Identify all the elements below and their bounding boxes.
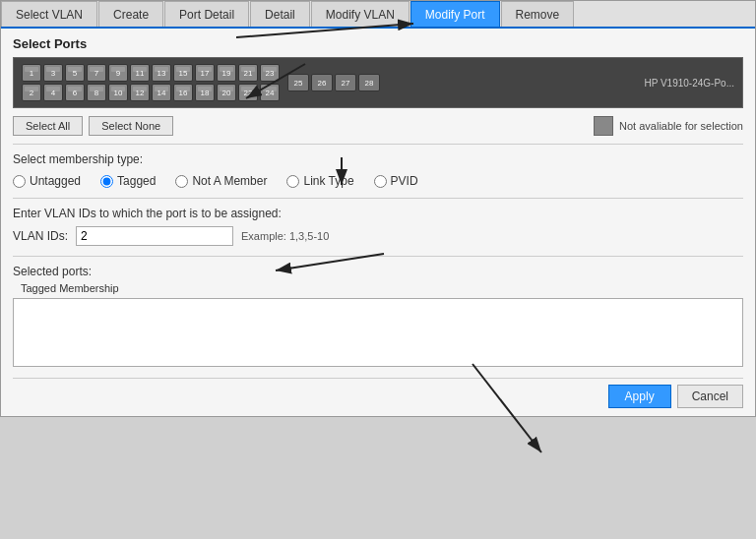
- port-btn-2[interactable]: 2: [22, 84, 41, 101]
- radio-tagged-input[interactable]: [100, 175, 113, 188]
- main-container: Select VLAN Create Port Detail Detail Mo…: [0, 0, 756, 417]
- not-available-label: Not avaliable for selection: [619, 120, 743, 132]
- divider-1: [13, 144, 743, 145]
- content-area: Select Ports 1357911131517192123 2468101…: [1, 29, 755, 416]
- ports-bottom-row: 24681012141618202224: [22, 84, 280, 101]
- port-btn-23[interactable]: 23: [260, 64, 280, 82]
- not-available-color-swatch: [594, 116, 613, 136]
- port-btn-15[interactable]: 15: [173, 64, 193, 82]
- ports-top-row: 1357911131517192123: [22, 64, 280, 82]
- radio-untagged-label: Untagged: [30, 174, 81, 188]
- tab-select-vlan[interactable]: Select VLAN: [1, 1, 97, 27]
- port-btn-9[interactable]: 9: [108, 64, 128, 82]
- radio-not-a-member-label: Not A Member: [192, 174, 267, 188]
- tab-modify-port[interactable]: Modify Port: [410, 1, 500, 27]
- radio-untagged[interactable]: Untagged: [13, 174, 81, 188]
- radio-tagged-label: Tagged: [117, 174, 156, 188]
- port-btn-10[interactable]: 10: [108, 84, 128, 101]
- radio-link-type-input[interactable]: [286, 175, 299, 188]
- select-ports-title: Select Ports: [13, 36, 743, 51]
- vlan-ids-label: VLAN IDs:: [13, 229, 68, 243]
- selected-ports-textarea[interactable]: [13, 298, 743, 367]
- not-available-indicator: Not avaliable for selection: [594, 116, 743, 136]
- tab-port-detail[interactable]: Port Detail: [164, 1, 249, 27]
- port-btn-20[interactable]: 20: [217, 84, 236, 101]
- divider-2: [13, 198, 743, 199]
- tab-create[interactable]: Create: [98, 1, 163, 27]
- device-label: HP V1910-24G-Po...: [644, 78, 734, 89]
- port-btn-24[interactable]: 24: [260, 84, 280, 101]
- port-btn-1[interactable]: 1: [22, 64, 41, 82]
- membership-section-label: Select membership type:: [13, 152, 743, 166]
- sfp-port-btn-28[interactable]: 28: [358, 74, 380, 91]
- membership-radio-group: Untagged Tagged Not A Member Link Type P…: [13, 174, 743, 188]
- sfp-port-btn-26[interactable]: 26: [311, 74, 333, 91]
- apply-button[interactable]: Apply: [608, 385, 671, 408]
- vlan-ids-description: Enter VLAN IDs to which the port is to b…: [13, 207, 743, 220]
- radio-pvid-input[interactable]: [374, 175, 387, 188]
- port-btn-8[interactable]: 8: [87, 84, 106, 101]
- select-all-button[interactable]: Select All: [13, 116, 83, 136]
- port-btn-12[interactable]: 12: [130, 84, 150, 101]
- radio-not-a-member[interactable]: Not A Member: [175, 174, 267, 188]
- bottom-buttons: Apply Cancel: [13, 378, 743, 408]
- selected-ports-label: Selected ports:: [13, 265, 743, 278]
- tab-detail[interactable]: Detail: [250, 1, 310, 27]
- radio-not-a-member-input[interactable]: [175, 175, 188, 188]
- radio-link-type-label: Link Type: [303, 174, 353, 188]
- sfp-port-btn-25[interactable]: 25: [287, 74, 309, 91]
- port-btn-5[interactable]: 5: [65, 64, 85, 82]
- port-btn-18[interactable]: 18: [195, 84, 215, 101]
- port-btn-3[interactable]: 3: [43, 64, 63, 82]
- tab-modify-vlan[interactable]: Modify VLAN: [311, 1, 410, 27]
- sfp-ports: 25262728: [287, 74, 380, 91]
- ports-grid: 1357911131517192123 24681012141618202224: [22, 64, 280, 101]
- radio-untagged-input[interactable]: [13, 175, 26, 188]
- port-btn-16[interactable]: 16: [173, 84, 193, 101]
- port-select-buttons-row: Select All Select None Not avaliable for…: [13, 116, 743, 136]
- select-none-button[interactable]: Select None: [89, 116, 173, 136]
- port-btn-11[interactable]: 11: [130, 64, 150, 82]
- vlan-ids-section: Enter VLAN IDs to which the port is to b…: [13, 207, 743, 246]
- port-btn-19[interactable]: 19: [217, 64, 236, 82]
- radio-pvid[interactable]: PVID: [374, 174, 418, 188]
- port-btn-22[interactable]: 22: [238, 84, 258, 101]
- sfp-port-btn-27[interactable]: 27: [335, 74, 356, 91]
- port-btn-4[interactable]: 4: [43, 84, 63, 101]
- radio-link-type[interactable]: Link Type: [286, 174, 353, 188]
- vlan-input-row: VLAN IDs: Example: 1,3,5-10: [13, 226, 743, 246]
- port-btn-6[interactable]: 6: [65, 84, 85, 101]
- port-btn-17[interactable]: 17: [195, 64, 215, 82]
- ports-container: 1357911131517192123 24681012141618202224…: [13, 57, 743, 108]
- tab-bar: Select VLAN Create Port Detail Detail Mo…: [1, 1, 755, 29]
- port-btn-7[interactable]: 7: [87, 64, 106, 82]
- divider-3: [13, 256, 743, 257]
- vlan-ids-input[interactable]: [76, 226, 233, 246]
- radio-pvid-label: PVID: [391, 174, 418, 188]
- membership-type-label: Tagged Membership: [13, 282, 743, 294]
- port-btn-14[interactable]: 14: [152, 84, 171, 101]
- port-btn-13[interactable]: 13: [152, 64, 171, 82]
- tab-remove[interactable]: Remove: [501, 1, 575, 27]
- radio-tagged[interactable]: Tagged: [100, 174, 156, 188]
- membership-section: Select membership type: Untagged Tagged …: [13, 152, 743, 188]
- port-btn-21[interactable]: 21: [238, 64, 258, 82]
- selected-ports-section: Selected ports: Tagged Membership: [13, 265, 743, 370]
- vlan-ids-example: Example: 1,3,5-10: [241, 230, 329, 242]
- cancel-button[interactable]: Cancel: [677, 385, 743, 408]
